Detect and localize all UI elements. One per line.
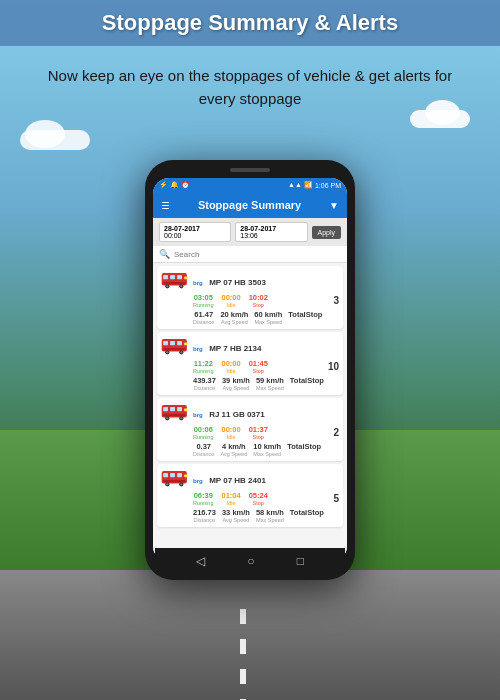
distance-value: 0.37 xyxy=(196,442,211,451)
running-stat: 03:05 Running xyxy=(193,293,214,308)
start-date-field[interactable]: 28-07-2017 00:00 xyxy=(159,222,231,242)
svg-point-38 xyxy=(180,483,182,485)
vehicle-number: MP 07 HB 2401 xyxy=(209,476,266,485)
stop-stat: 10:02 Stop xyxy=(249,293,268,308)
svg-rect-11 xyxy=(163,341,168,345)
distance-value: 439.37 xyxy=(193,376,216,385)
idle-value: 00:00 xyxy=(222,359,241,368)
running-label: Running xyxy=(193,368,214,374)
idle-stat: 00:00 Idle xyxy=(222,293,241,308)
max-speed-stat: 10 km/h Max Speed xyxy=(253,442,281,457)
running-label: Running xyxy=(193,434,214,440)
end-date-field[interactable]: 28-07-2017 13:06 xyxy=(235,222,307,242)
max-speed-stat: 59 km/h Max Speed xyxy=(256,376,284,391)
idle-label: Idle xyxy=(227,434,236,440)
total-stops: 10 xyxy=(328,361,339,372)
running-value: 03:05 xyxy=(194,293,213,302)
recent-nav-button[interactable]: □ xyxy=(297,554,304,568)
vehicle-tag: brg xyxy=(193,478,203,484)
total-stops: 5 xyxy=(333,493,339,504)
phone-screen: ⚡ 🔔 ⏰ ▲▲ 📶 1:06 PM ☰ Stoppage Summary ▼ … xyxy=(153,178,347,562)
bus-icon xyxy=(161,402,189,422)
svg-point-16 xyxy=(166,351,168,353)
avg-speed-stat: 33 km/h Avg Speed xyxy=(222,508,250,523)
vehicle-item[interactable]: brg MP 7 HB 2134 11:22 Running 00:00 Idl… xyxy=(157,332,343,395)
menu-icon[interactable]: ☰ xyxy=(161,200,170,211)
max-speed-stat: 60 km/h Max Speed xyxy=(254,310,282,325)
running-stat: 06:39 Running xyxy=(193,491,214,506)
vehicle-header: brg MP 7 HB 2134 xyxy=(161,336,339,356)
search-input[interactable] xyxy=(174,250,341,259)
road xyxy=(0,570,500,700)
svg-rect-1 xyxy=(163,275,168,279)
vehicle-item[interactable]: brg MP 07 HB 2401 06:39 Running 01:04 Id… xyxy=(157,464,343,527)
total-stop-label: TotalStop xyxy=(287,442,321,451)
vehicle-info: brg MP 07 HB 2401 xyxy=(193,469,266,487)
distance-value: 216.73 xyxy=(193,508,216,517)
svg-rect-4 xyxy=(163,282,185,284)
svg-rect-33 xyxy=(177,473,182,477)
stop-stat: 01:45 Stop xyxy=(249,359,268,374)
max-speed-label: Max Speed xyxy=(256,517,284,523)
time-stats: 00:06 Running 00:00 Idle 01:37 Stop xyxy=(193,425,333,440)
vehicle-stats: 00:06 Running 00:00 Idle 01:37 Stop 2 xyxy=(161,425,339,440)
stop-value: 05:24 xyxy=(249,491,268,500)
idle-value: 00:00 xyxy=(222,293,241,302)
stop-label: Stop xyxy=(253,500,264,506)
vehicle-header: brg MP 07 HB 2401 xyxy=(161,468,339,488)
max-speed-value: 59 km/h xyxy=(256,376,284,385)
distance-label: Distance xyxy=(193,451,214,457)
stop-value: 01:45 xyxy=(249,359,268,368)
stop-stat: 05:24 Stop xyxy=(249,491,268,506)
total-stop-stat: TotalStop xyxy=(288,310,322,325)
apply-button[interactable]: Apply xyxy=(312,226,342,239)
stop-label: Stop xyxy=(253,434,264,440)
total-stop-stat: TotalStop xyxy=(290,508,324,523)
filter-icon[interactable]: ▼ xyxy=(329,200,339,211)
vehicle-tag: brg xyxy=(193,346,203,352)
home-nav-button[interactable]: ○ xyxy=(247,554,254,568)
avg-speed-label: Avg Speed xyxy=(220,451,247,457)
vehicle-tag: brg xyxy=(193,412,203,418)
svg-rect-32 xyxy=(170,473,175,477)
max-speed-value: 58 km/h xyxy=(256,508,284,517)
status-bar-right: ▲▲ 📶 1:06 PM xyxy=(288,181,341,189)
vehicle-info: brg MP 07 HB 3503 xyxy=(193,271,266,289)
vehicle-header: brg RJ 11 GB 0371 xyxy=(161,402,339,422)
svg-rect-21 xyxy=(163,407,168,411)
max-speed-label: Max Speed xyxy=(254,319,282,325)
stop-value: 10:02 xyxy=(249,293,268,302)
time-stats: 06:39 Running 01:04 Idle 05:24 Stop xyxy=(193,491,333,506)
back-nav-button[interactable]: ◁ xyxy=(196,554,205,568)
avg-speed-label: Avg Speed xyxy=(223,517,250,523)
subtitle-text: Now keep an eye on the stoppages of vehi… xyxy=(0,55,500,120)
time-stats: 11:22 Running 00:00 Idle 01:45 Stop xyxy=(193,359,328,374)
avg-speed-value: 20 km/h xyxy=(220,310,248,319)
vehicle-info: brg MP 7 HB 2134 xyxy=(193,337,261,355)
phone-speaker xyxy=(230,168,270,172)
vehicle-info: brg RJ 11 GB 0371 xyxy=(193,403,265,421)
distance-stats: 0.37 Distance 4 km/h Avg Speed 10 km/h M… xyxy=(161,442,339,457)
vehicle-item[interactable]: brg MP 07 HB 3503 03:05 Running 00:00 Id… xyxy=(157,266,343,329)
distance-stat: 61.47 Distance xyxy=(193,310,214,325)
distance-label: Distance xyxy=(194,385,215,391)
max-speed-label: Max Speed xyxy=(256,385,284,391)
avg-speed-value: 39 km/h xyxy=(222,376,250,385)
app-title: Stoppage Summary xyxy=(170,199,329,211)
status-icons: ⚡ 🔔 ⏰ xyxy=(159,181,190,189)
svg-rect-12 xyxy=(170,341,175,345)
vehicle-stats: 11:22 Running 00:00 Idle 01:45 Stop 10 xyxy=(161,359,339,374)
distance-stats: 61.47 Distance 20 km/h Avg Speed 60 km/h… xyxy=(161,310,339,325)
vehicle-item[interactable]: brg RJ 11 GB 0371 00:06 Running 00:00 Id… xyxy=(157,398,343,461)
svg-rect-22 xyxy=(170,407,175,411)
svg-rect-39 xyxy=(184,475,188,478)
avg-speed-value: 33 km/h xyxy=(222,508,250,517)
total-stop-label: TotalStop xyxy=(290,508,324,517)
distance-label: Distance xyxy=(194,517,215,523)
svg-rect-24 xyxy=(163,414,185,416)
svg-point-26 xyxy=(166,417,168,419)
status-bar-left: ⚡ 🔔 ⏰ xyxy=(159,181,190,189)
svg-rect-31 xyxy=(163,473,168,477)
header-title: Stoppage Summary & Alerts xyxy=(20,10,480,36)
vehicle-stats: 03:05 Running 00:00 Idle 10:02 Stop 3 xyxy=(161,293,339,308)
